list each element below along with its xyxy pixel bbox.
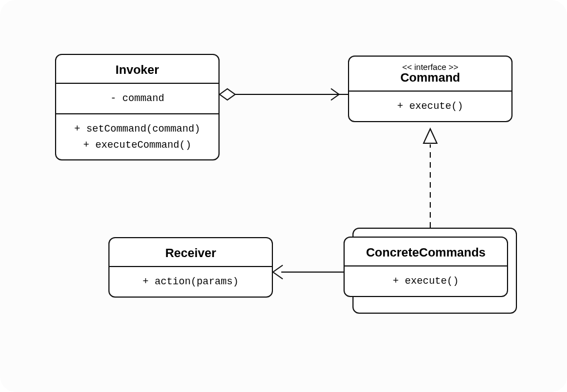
realization-concrete-command bbox=[424, 129, 437, 228]
interface-command-operations: + execute() bbox=[349, 91, 511, 121]
interface-command-title: Command bbox=[349, 68, 511, 91]
class-invoker-title: Invoker bbox=[56, 55, 218, 83]
interface-command: << interface >> Command + execute() bbox=[348, 56, 513, 122]
class-receiver: Receiver + action(params) bbox=[108, 237, 273, 298]
class-receiver-title: Receiver bbox=[110, 238, 272, 266]
association-concrete-receiver bbox=[273, 265, 344, 279]
aggregation-invoker-command bbox=[220, 89, 348, 100]
op-executecommand: + executeCommand() bbox=[62, 137, 213, 153]
class-invoker: Invoker - command + setCommand(command) … bbox=[55, 54, 220, 160]
class-concrete-operations: + execute() bbox=[345, 265, 507, 296]
diagram-canvas: Invoker - command + setCommand(command) … bbox=[0, 0, 567, 392]
class-concrete-commands: ConcreteCommands + execute() bbox=[344, 237, 508, 297]
svg-marker-1 bbox=[220, 89, 235, 100]
class-concrete-title: ConcreteCommands bbox=[345, 238, 507, 265]
class-invoker-operations: + setCommand(command) + executeCommand() bbox=[56, 113, 218, 160]
class-invoker-attributes: - command bbox=[56, 83, 218, 113]
class-receiver-operations: + action(params) bbox=[110, 266, 272, 296]
op-setcommand: + setCommand(command) bbox=[62, 121, 213, 137]
svg-marker-4 bbox=[424, 129, 437, 143]
